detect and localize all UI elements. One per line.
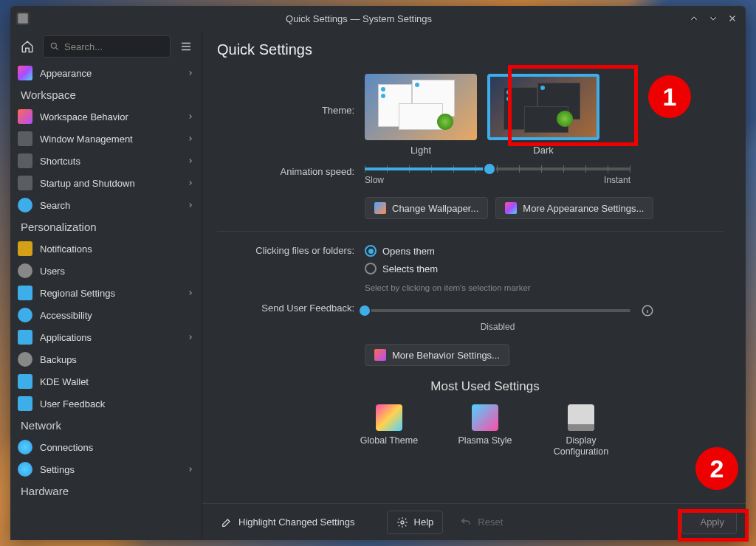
sidebar-item[interactable]: Settings [10,458,202,480]
animation-slow-label: Slow [365,175,384,185]
search-icon [49,41,60,52]
highlight-label: Highlight Changed Settings [238,516,355,528]
animation-label: Animation speed: [247,166,365,177]
sidebar-item[interactable]: Workspace Behavior [10,106,202,128]
sidebar-list: AppearanceWorkspaceWorkspace BehaviorWin… [10,62,202,540]
theme-dark-thumb[interactable] [487,74,599,140]
page-title: Quick Settings [202,31,746,66]
sidebar-item-icon [18,241,32,256]
sidebar-item[interactable]: Backups [10,348,202,370]
help-button[interactable]: Help [387,511,444,534]
close-button[interactable] [725,11,740,26]
sidebar-item[interactable]: KDE Wallet [10,370,202,393]
chevron-right-icon [187,111,194,122]
most-used-item[interactable]: Display Configuration [548,404,614,457]
footer: Highlight Changed Settings Help Reset Ap… [202,503,746,540]
sidebar-item-label: Applications [40,332,92,343]
sidebar-item-label: Backups [40,354,77,365]
most-used-icon [472,404,498,431]
more-appearance-button[interactable]: More Appearance Settings... [495,197,653,219]
most-used-heading: Most Used Settings [247,379,724,394]
sidebar-section: Hardware [10,480,202,502]
animation-instant-label: Instant [604,175,630,185]
sidebar-item[interactable]: Accessibility [10,304,202,326]
search-placeholder: Search... [64,41,103,52]
reset-button[interactable]: Reset [450,511,512,534]
sidebar-section: Personalization [10,216,202,238]
chevron-right-icon [187,200,194,211]
chevron-right-icon [187,464,194,475]
theme-dark-label: Dark [533,145,553,156]
sidebar-item[interactable]: Notifications [10,238,202,260]
sidebar-item[interactable]: Window Management [10,128,202,150]
sidebar-item[interactable]: Applications [10,326,202,348]
annotation-badge-1: 1 [648,75,691,118]
sidebar-item-label: Accessibility [40,310,92,321]
reset-label: Reset [478,516,503,528]
radio-opens[interactable]: Opens them [365,245,531,257]
most-used-label: Display Configuration [548,435,614,457]
theme-light-label: Light [410,145,431,156]
sidebar-item[interactable]: Regional Settings [10,282,202,304]
most-used-label: Global Theme [360,435,418,446]
more-behavior-button[interactable]: More Behavior Settings... [365,344,509,366]
sidebar-item-label: User Feedback [40,398,105,410]
most-used-section: Most Used Settings Global ThemePlasma St… [247,379,724,457]
sidebar-item[interactable]: Startup and Shutdown [10,172,202,194]
most-used-label: Plasma Style [458,435,512,446]
system-settings-window: Quick Settings — System Settings Search.… [10,6,746,540]
home-button[interactable] [16,35,38,58]
chevron-right-icon [187,156,194,167]
minimize-button[interactable] [687,11,701,26]
info-icon[interactable] [641,304,654,317]
more-behavior-label: More Behavior Settings... [392,350,500,361]
sidebar-section: Network [10,415,202,436]
chevron-right-icon [187,288,194,299]
sidebar-item-icon [18,462,32,477]
most-used-item[interactable]: Global Theme [356,404,422,457]
chevron-right-icon [187,68,194,79]
sidebar-item-label: Window Management [40,134,133,145]
sidebar-item-icon [18,440,32,455]
sidebar-item-label: Settings [40,464,75,475]
sidebar-item-label: Workspace Behavior [40,111,128,122]
hamburger-button[interactable] [175,35,197,58]
search-input[interactable]: Search... [43,35,171,58]
sidebar-item-icon [18,396,32,411]
sidebar-item-label: Regional Settings [40,288,115,299]
sidebar-item-icon [18,198,32,212]
feedback-slider[interactable] [365,309,630,312]
svg-rect-0 [18,13,28,24]
sidebar-item[interactable]: Appearance [10,62,202,84]
sidebar-item[interactable]: Users [10,260,202,282]
radio-selects[interactable]: Selects them [365,263,531,274]
wallpaper-icon [374,202,386,214]
highlight-changed-button[interactable]: Highlight Changed Settings [211,511,365,534]
annotation-badge-2: 2 [695,447,738,490]
sidebar-item-label: Search [40,200,70,211]
most-used-item[interactable]: Plasma Style [452,404,518,457]
sidebar-item-icon [18,330,32,345]
sidebar-item[interactable]: Connections [10,436,202,458]
sidebar-item-icon [18,374,32,389]
animation-slider[interactable] [365,167,630,170]
more-appearance-label: More Appearance Settings... [523,203,644,214]
maximize-button[interactable] [706,11,721,26]
sidebar-item-label: KDE Wallet [40,376,89,387]
content-scroll: Theme: Light [202,66,746,503]
sidebar-item-label: Shortcuts [40,156,80,167]
apply-label: Apply [700,516,724,528]
window-title: Quick Settings — System Settings [35,13,682,24]
sidebar-item-icon [18,176,32,190]
sidebar-item[interactable]: User Feedback [10,393,202,415]
apply-button[interactable]: Apply [681,511,737,534]
gear-icon [396,516,408,528]
sidebar-item-icon [18,308,32,322]
change-wallpaper-button[interactable]: Change Wallpaper... [365,197,488,219]
sidebar-item[interactable]: Search [10,194,202,216]
theme-label: Theme: [247,105,365,116]
change-wallpaper-label: Change Wallpaper... [392,203,478,214]
sidebar-item-icon [18,263,32,278]
sidebar-item[interactable]: Shortcuts [10,150,202,172]
theme-light-thumb[interactable] [365,74,477,140]
